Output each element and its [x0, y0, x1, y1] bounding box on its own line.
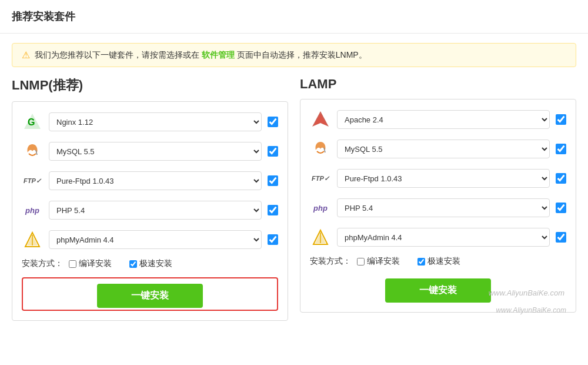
lamp-ftp-select[interactable]: Pure-Ftpd 1.0.43 — [337, 169, 550, 188]
lnmp-compile-checkbox[interactable] — [69, 260, 76, 268]
lnmp-title: LNMP(推荐) — [12, 77, 288, 94]
notice-bar: ⚠ 我们为您推荐以下一键套件，请按需选择或在 软件管理 页面中自动选择，推荐安装… — [12, 43, 576, 67]
lamp-install-method-label: 安装方式： — [310, 256, 351, 267]
lnmp-mysql-select[interactable]: MySQL 5.5 MySQL 5.6 MySQL 5.7 — [49, 142, 262, 161]
lnmp-button-wrapper: 一键安装 — [22, 277, 278, 311]
warning-icon: ⚠ — [22, 49, 30, 61]
lamp-compile-label: 编译安装 — [357, 256, 400, 267]
lnmp-mysql-checkbox[interactable] — [268, 146, 278, 157]
lamp-mysql-row: MySQL 5.5 MySQL 5.6 MySQL 5.7 — [310, 138, 566, 160]
lamp-apache-select[interactable]: Apache 2.4 Apache 2.2 — [337, 110, 550, 129]
lamp-mysql-icon — [310, 138, 331, 160]
lnmp-nginx-select[interactable]: Nginx 1.12 Nginx 1.14 Nginx 1.16 — [49, 112, 262, 131]
lamp-compile-checkbox[interactable] — [357, 258, 365, 266]
lnmp-phpmyadmin-select[interactable]: phpMyAdmin 4.4 phpMyAdmin 4.8 — [49, 230, 262, 249]
lnmp-nginx-checkbox[interactable] — [268, 117, 278, 127]
lamp-mysql-checkbox[interactable] — [556, 144, 566, 154]
apache-icon — [310, 109, 331, 130]
lamp-phpmyadmin-select[interactable]: phpMyAdmin 4.4 phpMyAdmin 4.8 — [337, 228, 550, 247]
page-title: 推荐安装套件 — [12, 11, 75, 22]
lnmp-php-checkbox[interactable] — [268, 205, 278, 215]
lnmp-nginx-row: G Nginx 1.12 Nginx 1.14 Nginx 1.16 — [22, 111, 278, 132]
lamp-phpmyadmin-icon — [310, 227, 331, 248]
lnmp-phpmyadmin-row: phpMyAdmin 4.4 phpMyAdmin 4.8 — [22, 229, 278, 250]
lamp-php-select[interactable]: PHP 5.4 PHP 5.6 PHP 7.0 PHP 7.2 — [337, 198, 550, 217]
mysql-icon — [22, 141, 43, 162]
nginx-icon: G — [22, 111, 43, 132]
lamp-php-row: php PHP 5.4 PHP 5.6 PHP 7.0 PHP 7.2 — [310, 197, 566, 218]
notice-text: 我们为您推荐以下一键套件，请按需选择或在 软件管理 页面中自动选择，推荐安装LN… — [35, 50, 367, 61]
svg-text:G: G — [28, 117, 35, 127]
watermark: www.AliyunBaiKe.com — [496, 306, 566, 314]
lamp-button-area: 一键安装 www.AliyunBaiKe.com — [310, 275, 566, 303]
lnmp-php-select[interactable]: PHP 5.4 PHP 5.6 PHP 7.0 PHP 7.2 — [49, 201, 262, 220]
lamp-phpmyadmin-row: phpMyAdmin 4.4 phpMyAdmin 4.8 — [310, 227, 566, 248]
lnmp-ftp-checkbox[interactable] — [268, 175, 278, 186]
lamp-apache-checkbox[interactable] — [556, 114, 566, 125]
lnmp-fast-label: 极速安装 — [129, 258, 172, 269]
lamp-mysql-select[interactable]: MySQL 5.5 MySQL 5.6 MySQL 5.7 — [337, 140, 550, 158]
lnmp-phpmyadmin-checkbox[interactable] — [268, 234, 278, 245]
lnmp-mysql-row: MySQL 5.5 MySQL 5.6 MySQL 5.7 — [22, 141, 278, 162]
lnmp-install-method-label: 安装方式： — [22, 258, 63, 269]
lnmp-ftp-select[interactable]: Pure-Ftpd 1.0.43 — [49, 171, 262, 190]
lnmp-column: LNMP(推荐) G Nginx 1.12 Nginx 1.14 Nginx 1… — [12, 77, 288, 321]
page-header: 推荐安装套件 — [0, 0, 588, 34]
lamp-ftp-row: FTP✓ Pure-Ftpd 1.0.43 — [310, 168, 566, 189]
lamp-phpmyadmin-checkbox[interactable] — [556, 232, 566, 243]
lamp-ftp-icon: FTP✓ — [310, 168, 331, 189]
lamp-title: LAMP — [300, 77, 576, 92]
lamp-package-box: Apache 2.4 Apache 2.2 MySQL 5.5 MySQL 5.… — [300, 99, 576, 313]
lamp-fast-label: 极速安装 — [417, 256, 460, 267]
lamp-apache-row: Apache 2.4 Apache 2.2 — [310, 109, 566, 130]
lnmp-install-method: 安装方式： 编译安装 极速安装 — [22, 258, 278, 269]
lamp-fast-checkbox[interactable] — [417, 258, 425, 266]
lnmp-fast-checkbox[interactable] — [129, 260, 137, 268]
lamp-php-icon: php — [310, 197, 331, 218]
ftp-icon: FTP✓ — [22, 170, 43, 191]
software-management-link[interactable]: 软件管理 — [202, 50, 235, 59]
php-icon: php — [22, 200, 43, 221]
lnmp-php-row: php PHP 5.4 PHP 5.6 PHP 7.0 PHP 7.2 — [22, 200, 278, 221]
lnmp-package-box: G Nginx 1.12 Nginx 1.14 Nginx 1.16 — [12, 101, 288, 321]
phpmyadmin-icon — [22, 229, 43, 250]
lamp-php-checkbox[interactable] — [556, 203, 566, 213]
lamp-ftp-checkbox[interactable] — [556, 173, 566, 184]
lamp-column: LAMP Apache 2.4 Apache 2.2 — [300, 77, 576, 321]
columns-wrapper: LNMP(推荐) G Nginx 1.12 Nginx 1.14 Nginx 1… — [0, 77, 588, 333]
lnmp-compile-label: 编译安装 — [69, 258, 112, 269]
lnmp-install-button[interactable]: 一键安装 — [97, 284, 203, 308]
lnmp-ftp-row: FTP✓ Pure-Ftpd 1.0.43 — [22, 170, 278, 191]
lamp-install-method: 安装方式： 编译安装 极速安装 — [310, 256, 566, 267]
lamp-install-button[interactable]: 一键安装 — [385, 278, 491, 303]
